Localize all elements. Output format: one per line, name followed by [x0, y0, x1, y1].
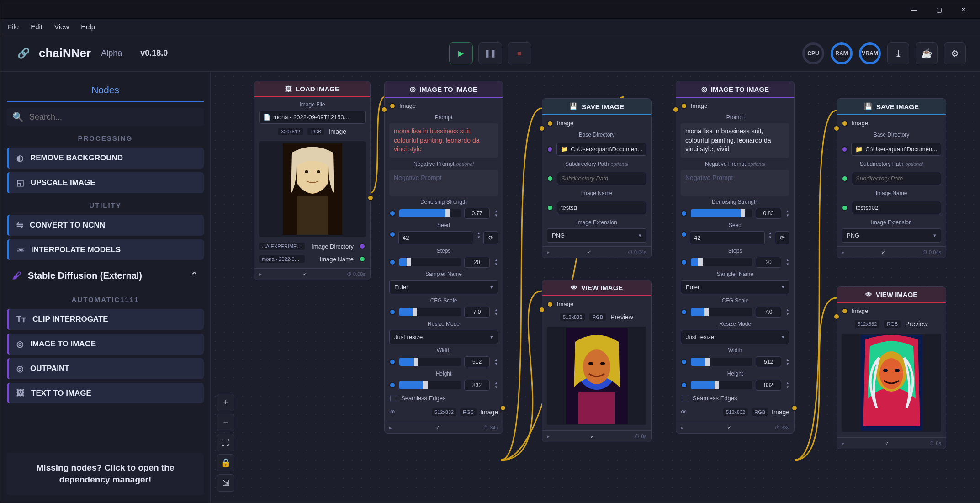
play-button[interactable]: ▶	[449, 42, 473, 64]
mode-tag: RGB	[589, 313, 606, 321]
run-node-icon[interactable]: ▸	[547, 433, 550, 439]
cfg-slider[interactable]	[691, 308, 752, 316]
randomize-seed-button[interactable]: ⟳	[483, 231, 498, 244]
node-header[interactable]: 👁VIEW IMAGE	[837, 287, 946, 303]
run-node-icon[interactable]: ▸	[547, 249, 550, 255]
height-slider[interactable]	[399, 381, 461, 389]
minimize-button[interactable]: —	[902, 1, 927, 18]
node-view-image-1[interactable]: 👁VIEW IMAGE Image 512x832RGBPreview ▸✓⏱ …	[542, 280, 652, 442]
maximize-button[interactable]: ▢	[927, 1, 951, 18]
zoom-out-button[interactable]: −	[217, 414, 234, 431]
node-clip-interrogate[interactable]: TᴛCLIP INTERROGATE	[7, 309, 204, 330]
category-stable-diffusion[interactable]: 🖌 Stable Diffusion (External) ⌃	[7, 264, 204, 287]
node-upscale-image[interactable]: ◱UPSCALE IMAGE	[7, 172, 204, 193]
ext-select[interactable]: PNG▾	[547, 228, 646, 243]
export-button[interactable]: ⇲	[217, 474, 234, 492]
run-node-icon[interactable]: ▸	[842, 440, 844, 446]
menu-file[interactable]: File	[2, 20, 24, 33]
close-button[interactable]: ✕	[951, 1, 976, 18]
preview-toggle[interactable]: 👁	[681, 408, 687, 416]
node-header[interactable]: 👁VIEW IMAGE	[542, 280, 651, 296]
steps-value[interactable]: 20	[464, 257, 490, 268]
neg-prompt-input[interactable]: Negative Prompt	[389, 170, 498, 196]
seamless-checkbox[interactable]	[682, 395, 689, 402]
node-remove-background[interactable]: ◐REMOVE BACKGROUND	[7, 148, 204, 169]
sampler-select[interactable]: Euler▾	[681, 280, 789, 294]
randomize-seed-button[interactable]: ⟳	[775, 231, 789, 244]
height-slider[interactable]	[691, 381, 752, 389]
node-header[interactable]: 💾SAVE IMAGE	[542, 99, 651, 115]
node-image-to-image[interactable]: ◎IMAGE TO IMAGE	[7, 334, 204, 355]
subdir-input[interactable]	[557, 172, 646, 185]
height-value[interactable]: 832	[464, 380, 490, 391]
width-value[interactable]: 512	[756, 356, 781, 367]
node-text-to-image[interactable]: 🖼TEXT TO IMAGE	[7, 383, 204, 403]
node-header[interactable]: ◎IMAGE TO IMAGE	[385, 81, 503, 98]
fit-view-button[interactable]: ⛶	[217, 434, 234, 451]
prompt-input[interactable]: mona lisa in bussiness suit, colourful p…	[389, 123, 498, 158]
download-button[interactable]: ⤓	[887, 42, 909, 64]
preview-toggle[interactable]: 👁	[389, 408, 396, 416]
menu-view[interactable]: View	[49, 20, 74, 33]
steps-slider[interactable]	[399, 258, 461, 266]
coffee-button[interactable]: ☕	[916, 42, 938, 64]
stop-button[interactable]: ■	[508, 42, 531, 64]
ext-select[interactable]: PNG▾	[842, 228, 941, 243]
width-slider[interactable]	[691, 358, 752, 366]
settings-button[interactable]: ⚙	[944, 42, 966, 64]
resize-select[interactable]: Just resize▾	[681, 330, 789, 344]
denoise-slider[interactable]	[691, 209, 752, 217]
prompt-input[interactable]: mona lisa in bussiness suit, colourful p…	[681, 123, 789, 158]
node-load-image[interactable]: 🖼LOAD IMAGE Image File 📄mona - 2022-09-0…	[254, 81, 371, 280]
name-input[interactable]: testsd02	[852, 201, 941, 214]
dir-input[interactable]: 📁C:\Users\quant\Documen...	[556, 143, 646, 156]
menu-edit[interactable]: Edit	[25, 20, 48, 33]
denoise-value[interactable]: 0.77	[464, 208, 490, 219]
node-image-to-image-1[interactable]: ◎IMAGE TO IMAGE Image Prompt mona lisa i…	[384, 81, 503, 434]
sidebar-tab-nodes[interactable]: Nodes	[7, 79, 204, 102]
prompt-label: Prompt	[389, 113, 498, 122]
pause-button[interactable]: ❚❚	[478, 42, 502, 64]
seamless-checkbox[interactable]	[390, 395, 397, 402]
steps-slider[interactable]	[691, 258, 752, 266]
zoom-in-button[interactable]: +	[217, 394, 234, 411]
steps-value[interactable]: 20	[756, 257, 781, 268]
node-image-to-image-2[interactable]: ◎IMAGE TO IMAGE Image Prompt mona lisa i…	[676, 81, 795, 434]
lock-button[interactable]: 🔒	[217, 454, 234, 471]
run-node-icon[interactable]: ▸	[681, 424, 683, 431]
denoise-value[interactable]: 0.83	[756, 208, 781, 219]
node-save-image-2[interactable]: 💾SAVE IMAGE Image Base Directory 📁C:\Use…	[837, 98, 946, 258]
subdir-input[interactable]	[852, 172, 941, 185]
neg-prompt-input[interactable]: Negative Prompt	[681, 170, 789, 196]
cfg-slider[interactable]	[399, 308, 461, 316]
node-interpolate[interactable]: ⫘INTERPOLATE MODELS	[7, 239, 204, 260]
node-canvas[interactable]: + − ⛶ 🔒 ⇲ 🖼LOAD IMAGE Image File	[211, 72, 980, 503]
name-input[interactable]: testsd	[557, 201, 646, 214]
cfg-value[interactable]: 7.0	[756, 307, 781, 318]
sampler-select[interactable]: Euler▾	[389, 280, 498, 294]
node-view-image-2[interactable]: 👁VIEW IMAGE Image 512x832RGBPreview ▸✓⏱ …	[837, 286, 946, 449]
dependency-manager-link[interactable]: Missing nodes? Click to open the depende…	[7, 453, 204, 495]
height-value[interactable]: 832	[756, 380, 781, 391]
run-node-icon[interactable]: ▸	[842, 249, 844, 255]
node-outpaint[interactable]: ◎OUTPAINT	[7, 358, 204, 379]
resize-select[interactable]: Just resize▾	[389, 330, 498, 344]
run-node-icon[interactable]: ▸	[259, 271, 262, 277]
search-input[interactable]	[29, 112, 198, 122]
seed-input[interactable]: 42	[398, 231, 473, 244]
node-header[interactable]: 💾SAVE IMAGE	[837, 99, 946, 115]
file-picker[interactable]: 📄mona - 2022-09-09T12153...	[259, 111, 366, 124]
menu-help[interactable]: Help	[75, 20, 101, 33]
node-header[interactable]: ◎IMAGE TO IMAGE	[676, 81, 794, 98]
node-header[interactable]: 🖼LOAD IMAGE	[254, 81, 370, 97]
dir-input[interactable]: 📁C:\Users\quant\Documen...	[851, 143, 941, 156]
run-node-icon[interactable]: ▸	[389, 424, 392, 431]
node-save-image-1[interactable]: 💾SAVE IMAGE Image Base Directory 📁C:\Use…	[542, 98, 652, 258]
width-value[interactable]: 512	[464, 356, 490, 367]
denoise-slider[interactable]	[399, 209, 461, 217]
cfg-value[interactable]: 7.0	[464, 307, 490, 318]
seed-input[interactable]: 42	[690, 231, 765, 244]
input-image: Image	[557, 120, 573, 127]
width-slider[interactable]	[399, 358, 461, 366]
node-convert-ncnn[interactable]: ⇋CONVERT TO NCNN	[7, 215, 204, 236]
